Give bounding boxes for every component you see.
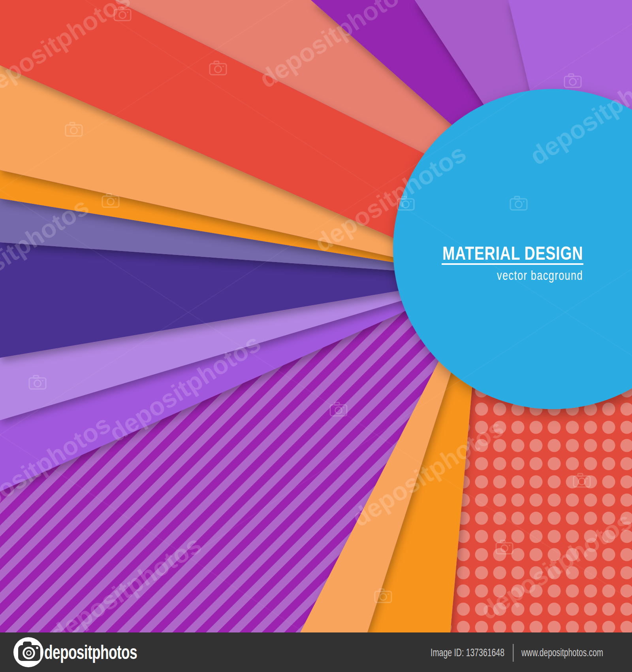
depositphotos-logo: depositphotos xyxy=(13,637,137,667)
footer-logo-text: depositphotos xyxy=(44,641,137,663)
footer-divider xyxy=(513,644,514,662)
circle-subtitle: vector bacground xyxy=(497,268,583,283)
circle-title: MATERIAL DESIGN xyxy=(442,242,583,264)
title-underline xyxy=(442,263,583,265)
image-id-label: Image ID: 137361648 xyxy=(431,647,504,659)
site-url-link[interactable]: www.depositphotos.com xyxy=(521,647,603,659)
camera-flash-dot xyxy=(36,647,38,649)
footer-bar: depositphotos Image ID: 137361648 www.de… xyxy=(0,632,632,672)
stock-image-preview-page: MATERIAL DESIGN vector bacground deposit… xyxy=(0,0,632,672)
artwork-canvas: MATERIAL DESIGN vector bacground deposit… xyxy=(0,0,632,672)
